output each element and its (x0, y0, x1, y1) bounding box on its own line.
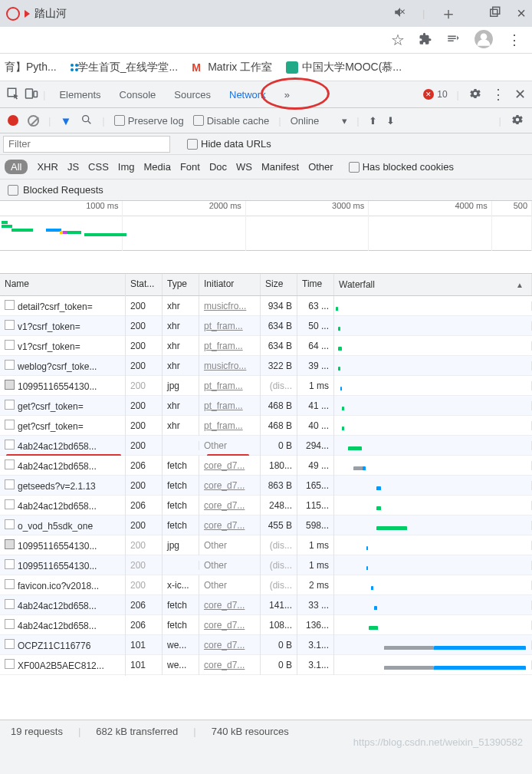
table-row[interactable]: 10995116554130... 200 Other (dis... 1 ms (0, 555, 532, 575)
status-transferred: 682 kB transferred (96, 726, 178, 737)
bookmark-item[interactable]: 中国大学MOOC(慕... (286, 61, 402, 74)
devtools-header: | Elements Console Sources Network » ✕ 1… (0, 81, 532, 108)
table-row[interactable]: detail?csrf_token= 200 xhr musicfro... 9… (0, 296, 532, 316)
svg-rect-6 (34, 91, 38, 97)
col-size[interactable]: Size (261, 274, 297, 295)
col-type[interactable]: Type (163, 274, 199, 295)
table-row[interactable]: 10995116554130... 200 jpg pt_fram... (di… (0, 376, 532, 396)
window-close-icon[interactable]: × (517, 5, 526, 22)
col-time[interactable]: Time (297, 274, 334, 295)
tab-more[interactable]: » (275, 83, 299, 107)
checkbox-label: Blocked Requests (23, 184, 103, 196)
timeline-tick: 3000 ms (246, 201, 369, 216)
svg-rect-1 (493, 7, 500, 14)
file-icon (5, 360, 15, 370)
tab-network[interactable]: Network (220, 83, 275, 107)
active-tab[interactable]: 踏山河 (6, 7, 67, 21)
record-button[interactable] (8, 115, 18, 126)
table-row[interactable]: get?csrf_token= 200 xhr pt_fram... 468 B… (0, 416, 532, 436)
watermark-text: https://blog.csdn.net/weixin_51390582 (353, 736, 523, 748)
bookmark-item[interactable]: 育】Pyth... (5, 61, 57, 74)
inspect-icon[interactable] (6, 87, 20, 103)
table-row[interactable]: 4ab24ac12bd658... 206 fetch core_d7... 2… (0, 496, 532, 515)
reading-list-icon[interactable] (446, 32, 460, 48)
star-icon[interactable]: ☆ (391, 31, 405, 49)
tab-console[interactable]: Console (110, 83, 166, 107)
sort-asc-icon: ▲ (516, 281, 524, 289)
timeline-tick: 500 (492, 201, 532, 216)
close-devtools-icon[interactable]: ✕ (514, 86, 526, 103)
checkbox-label: Disable cache (207, 115, 270, 127)
table-row[interactable]: favicon.ico?v2018... 200 x-ic... Other (… (0, 575, 532, 595)
table-row[interactable]: OCPZ11C116776 101 we... core_d7... 0 B 3… (0, 635, 532, 655)
table-row[interactable]: weblog?csrf_toke... 200 xhr musicfro... … (0, 356, 532, 376)
hide-data-urls-checkbox[interactable]: Hide data URLs (187, 138, 271, 150)
type-filter-img[interactable]: Img (118, 161, 135, 173)
table-row[interactable]: 4ab24ac12bd658... 200 Other 0 B 294... (0, 436, 532, 456)
network-settings-icon[interactable] (511, 113, 524, 129)
mute-icon[interactable] (393, 5, 407, 21)
table-row[interactable]: v1?csrf_token= 200 xhr pt_fram... 634 B … (0, 316, 532, 336)
newtab-button[interactable]: ＋ (440, 2, 457, 25)
table-row[interactable]: getseeds?v=2.1.13 200 fetch core_d7... 8… (0, 476, 532, 496)
favicon-icon (286, 61, 298, 74)
device-toggle-icon[interactable] (25, 87, 38, 103)
col-name[interactable]: Name (0, 274, 126, 295)
bookmark-item[interactable]: 学生首页_在线学堂... (71, 61, 178, 74)
settings-icon[interactable] (468, 87, 482, 103)
table-row[interactable]: 4ab24ac12bd658... 206 fetch core_d7... 1… (0, 595, 532, 615)
table-header: Name Stat... Type Initiator Size Time Wa… (0, 274, 532, 296)
filter-icon[interactable]: ▼ (60, 114, 71, 127)
tab-sources[interactable]: Sources (165, 83, 220, 107)
disable-cache-checkbox[interactable]: Disable cache (193, 115, 270, 127)
table-row[interactable]: o_vod_h5sdk_one 200 fetch core_d7... 455… (0, 515, 532, 535)
type-filter-other[interactable]: Other (308, 161, 333, 173)
upload-har-icon[interactable]: ⬆ (369, 115, 377, 127)
separator: | (422, 8, 425, 19)
error-count[interactable]: ✕ 10 (423, 89, 447, 100)
browser-toolbar: ☆ ⋮ (0, 27, 532, 54)
download-har-icon[interactable]: ⬇ (386, 115, 395, 127)
table-row[interactable]: 4ab24ac12bd658... 206 fetch core_d7... 1… (0, 456, 532, 476)
table-row[interactable]: 10995116554130... 200 jpg Other (dis... … (0, 535, 532, 555)
svg-rect-5 (26, 89, 33, 98)
type-filter-manifest[interactable]: Manifest (261, 161, 299, 173)
search-icon[interactable] (80, 114, 93, 128)
filter-input[interactable] (3, 136, 170, 153)
window-restore-icon[interactable] (488, 5, 501, 21)
type-filter-font[interactable]: Font (180, 161, 200, 173)
throttle-select[interactable]: Online▾ (291, 115, 348, 127)
clear-button[interactable] (28, 115, 39, 127)
bookmark-item[interactable]: MMatrix 工作室 (192, 61, 272, 74)
type-filter-media[interactable]: Media (143, 161, 170, 173)
has-blocked-checkbox[interactable]: Has blocked cookies (349, 161, 454, 173)
col-status[interactable]: Stat... (126, 274, 163, 295)
table-row[interactable]: 4ab24ac12bd658... 206 fetch core_d7... 1… (0, 615, 532, 635)
file-icon (5, 380, 15, 390)
extensions-icon[interactable] (419, 32, 432, 48)
col-initiator[interactable]: Initiator (199, 274, 261, 295)
table-row[interactable]: v1?csrf_token= 200 xhr pt_fram... 634 B … (0, 336, 532, 356)
file-icon (5, 320, 15, 330)
table-row[interactable]: get?csrf_token= 200 xhr pt_fram... 468 B… (0, 396, 532, 416)
type-filter-css[interactable]: CSS (88, 161, 109, 173)
network-toolbar: | ▼ | Preserve log Disable cache | Onlin… (0, 108, 532, 133)
table-row[interactable]: XF00A2B5AEC812... 101 we... core_d7... 0… (0, 655, 532, 675)
browser-tab-strip: 踏山河 | ＋ × (0, 0, 532, 27)
tab-favicon (6, 7, 20, 21)
filter-row: Hide data URLs (0, 133, 532, 155)
menu-icon[interactable]: ⋮ (507, 31, 521, 48)
preserve-log-checkbox[interactable]: Preserve log (114, 115, 184, 127)
account-icon[interactable] (474, 29, 494, 51)
type-filter-xhr[interactable]: XHR (37, 161, 57, 173)
type-filter-js[interactable]: JS (67, 161, 79, 173)
blocked-requests-checkbox[interactable]: Blocked Requests (0, 180, 532, 201)
type-filter-doc[interactable]: Doc (209, 161, 227, 173)
col-waterfall[interactable]: Waterfall▲ (334, 274, 532, 295)
timeline-overview[interactable]: 1000 ms 2000 ms 3000 ms 4000 ms 500 (0, 201, 532, 251)
tab-elements[interactable]: Elements (50, 83, 110, 107)
file-icon (5, 300, 15, 310)
type-filter-all[interactable]: All (5, 160, 28, 174)
kebab-icon[interactable]: ⋮ (491, 86, 505, 103)
type-filter-ws[interactable]: WS (236, 161, 252, 173)
